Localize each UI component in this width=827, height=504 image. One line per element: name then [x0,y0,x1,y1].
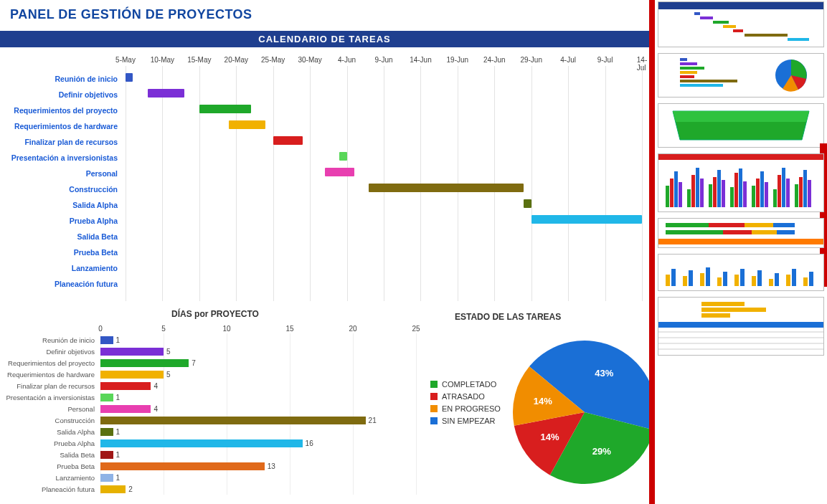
svg-rect-45 [803,170,807,207]
thumb-bar-pie[interactable] [658,53,824,98]
svg-rect-74 [701,302,745,306]
dias-label: Salida Beta [0,451,98,459]
gantt-bar [126,73,133,82]
gantt-tick: 30-May [298,56,321,64]
legend-sin-empezar: SIN EMPEZAR [430,417,501,425]
svg-rect-25 [696,168,699,207]
dias-label: Salida Alpha [0,428,98,436]
dias-label: Personal [0,405,98,413]
gantt-task-label: Planeación futura [0,280,122,288]
svg-rect-22 [679,182,682,207]
dias-row: Construcción21 [0,415,423,427]
gantt-task-label: Definir objetivos [0,90,122,99]
svg-rect-62 [717,277,722,286]
dias-label: Construcción [0,417,98,424]
svg-rect-54 [777,230,795,234]
swatch-icon [430,393,438,400]
dias-tick: 20 [349,325,356,333]
svg-rect-47 [666,223,709,227]
dias-label: Requerimientos de hardware [0,371,98,379]
svg-rect-69 [775,273,779,286]
dias-title: DÍAS por PROYECTO [0,305,430,320]
svg-rect-3 [713,21,729,24]
gantt-tick: 29-Jun [520,56,542,64]
svg-rect-20 [670,179,674,207]
pie-wrap: 43%29%14%14% [509,337,660,489]
legend-completado: COMPLETADO [430,380,501,389]
dias-value: 1 [116,336,120,344]
gantt-row: Salida Beta [0,229,642,245]
thumb-column[interactable] [658,153,824,212]
svg-rect-55 [658,239,823,244]
svg-rect-0 [658,2,823,9]
gantt-bar [273,136,303,145]
pie-label: 14% [540,432,559,442]
gantt-bar [325,168,354,176]
gantt-bar [369,184,524,192]
svg-rect-14 [680,84,723,87]
dias-bar-chart: DÍAS por PROYECTO 0510152025 Reunión de … [0,305,430,502]
svg-rect-31 [730,187,734,207]
dias-bar [100,474,113,482]
svg-rect-18 [658,154,823,160]
dias-label: Reunión de inicio [0,336,98,344]
svg-rect-49 [745,223,773,227]
svg-rect-10 [680,67,704,70]
gantt-tick: 19-Jun [447,56,469,64]
dias-value: 16 [306,439,313,447]
svg-rect-73 [809,272,813,286]
dias-label: Presentación a inversionistas [0,394,98,401]
dias-value: 1 [116,474,120,482]
svg-rect-77 [658,322,823,328]
svg-rect-63 [723,272,727,286]
dias-bar [100,439,303,447]
svg-rect-28 [713,177,717,207]
svg-rect-43 [795,184,798,207]
thumb-stackedbar[interactable] [658,218,824,248]
gantt-tick: 15-May [187,56,211,64]
svg-rect-44 [799,177,803,207]
svg-rect-26 [700,179,704,207]
svg-rect-72 [803,277,808,286]
svg-rect-57 [671,269,676,286]
dias-row: Personal4 [0,404,423,415]
svg-rect-60 [700,273,704,286]
dias-tick: 15 [285,325,293,333]
svg-rect-38 [765,182,768,207]
dias-bar [100,359,189,367]
svg-rect-19 [666,186,669,207]
gantt-task-label: Finalizar plan de recursos [0,138,122,146]
dias-bar [100,394,113,401]
gantt-chart: 5-May10-May15-May20-May25-May30-May4-Jun… [0,50,646,301]
svg-rect-36 [756,179,760,207]
dias-bar [100,451,113,459]
dias-row: Salida Beta1 [0,450,423,461]
thumb-smallbars[interactable] [658,254,824,291]
dias-value: 5 [166,371,171,379]
svg-rect-70 [786,275,790,286]
svg-rect-2 [700,16,713,19]
svg-rect-58 [683,276,687,286]
gantt-task-label: Prueba Beta [0,248,122,257]
thumb-table[interactable] [658,297,824,356]
dias-row: Planeación futura2 [0,484,423,495]
gantt-row: Personal [0,166,642,182]
gantt-row: Construcción [0,182,642,198]
svg-rect-53 [752,230,777,234]
svg-rect-11 [680,71,697,74]
gantt-bar [531,215,642,224]
dias-bar [100,336,113,344]
dias-value: 21 [369,417,377,424]
thumb-gantt[interactable] [658,1,824,47]
dias-label: Prueba Beta [0,462,98,470]
dias-label: Finalizar plan de recursos [0,382,98,390]
svg-rect-59 [689,270,693,286]
dias-row: Prueba Beta13 [0,461,423,472]
dashboard-title: PANEL DE GESTIÓN DE PROYECTOS [0,0,649,31]
pie-svg: 43%29%14%14% [509,337,660,488]
dias-label: Lanzamiento [0,474,98,482]
thumb-funnel[interactable] [658,103,824,148]
svg-rect-67 [757,270,762,286]
svg-rect-71 [792,269,796,286]
gantt-task-label: Salida Beta [0,232,122,241]
